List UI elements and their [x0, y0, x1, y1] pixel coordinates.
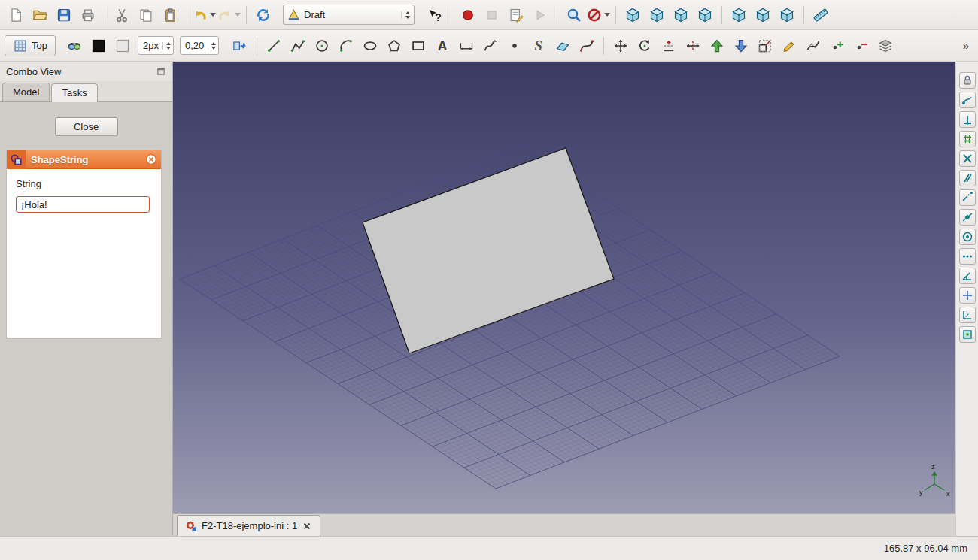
measure-button[interactable]: [809, 4, 832, 26]
shape-plane[interactable]: [363, 148, 614, 353]
toolbar-overflow-button[interactable]: »: [958, 39, 973, 52]
draft-upgrade-button[interactable]: [706, 35, 728, 57]
document-tab[interactable]: F2-T18-ejemplo-ini : 1: [177, 515, 320, 536]
view-right-button[interactable]: [694, 4, 716, 26]
draft-toolbar: Top 2px 0,20 AS »: [0, 30, 978, 62]
draft-line-button[interactable]: [263, 35, 285, 57]
draft-bezier-button[interactable]: [576, 35, 598, 57]
clip-plane-button[interactable]: [587, 4, 610, 26]
apply-style-button[interactable]: [229, 35, 251, 57]
draft-facebinder-button[interactable]: [551, 35, 574, 57]
dropdown-arrow-icon[interactable]: [235, 13, 241, 17]
document-tab-label: F2-T18-ejemplo-ini : 1: [202, 520, 297, 531]
draft-wire2bspline-button[interactable]: [802, 35, 825, 57]
whats-this-button[interactable]: ?: [423, 4, 445, 26]
snap-extension-button[interactable]: [959, 189, 976, 206]
task-close-button[interactable]: Close: [55, 117, 118, 136]
measure-icon: [813, 8, 828, 23]
draft-rectangle-button[interactable]: [407, 35, 430, 57]
draft-trimex-button[interactable]: [682, 35, 704, 57]
view-axonometric-button[interactable]: [621, 4, 644, 26]
line-color-button[interactable]: [87, 36, 110, 56]
snap-lock-button[interactable]: [959, 72, 976, 89]
cut-button[interactable]: [111, 4, 133, 26]
macro-edit-button[interactable]: [505, 4, 527, 26]
working-plane-button[interactable]: Top: [5, 35, 56, 56]
text-scale-spinbox[interactable]: 0,20: [180, 36, 219, 55]
view-left-icon: [779, 8, 794, 23]
macro-record-button[interactable]: [457, 4, 479, 26]
new-document-button[interactable]: [5, 4, 27, 26]
snap-endpoint-button[interactable]: [959, 92, 976, 108]
dropdown-arrow-icon[interactable]: [210, 13, 216, 17]
text-scale-spinner-icon[interactable]: [208, 42, 218, 50]
snap-intersection-button[interactable]: [959, 150, 976, 167]
task-panel-collapse-button[interactable]: [145, 153, 157, 165]
workbench-selected-label: Draft: [304, 9, 325, 20]
line-width-spinner-icon[interactable]: [162, 42, 173, 50]
undo-button[interactable]: [193, 4, 216, 26]
draft-shape2dview-button[interactable]: [874, 35, 897, 57]
draft-downgrade-button[interactable]: [730, 35, 752, 57]
snap-working-plane-button[interactable]: [959, 326, 976, 343]
draft-arc-button[interactable]: [335, 35, 357, 57]
3d-viewport[interactable]: zyx: [173, 62, 955, 513]
draft-bspline-button[interactable]: [479, 35, 502, 57]
draft-delpoint-button[interactable]: [850, 35, 873, 57]
draft-offset-button[interactable]: [658, 35, 680, 57]
draft-point-button[interactable]: [503, 35, 526, 57]
view-front-button[interactable]: [645, 4, 668, 26]
macro-stop-button[interactable]: [481, 4, 503, 26]
dropdown-arrow-icon[interactable]: [604, 13, 610, 17]
copy-button[interactable]: [135, 4, 157, 26]
snap-ortho-button[interactable]: [959, 307, 976, 323]
tab-tasks[interactable]: Tasks: [51, 83, 97, 102]
face-color-button[interactable]: [111, 36, 134, 56]
draft-facebinder-icon: [555, 38, 570, 53]
draft-line-icon: [266, 38, 281, 53]
draft-upgrade-icon: [709, 38, 724, 53]
snap-dimensions-button[interactable]: [959, 287, 976, 304]
construction-mode-button[interactable]: [63, 35, 86, 57]
save-button[interactable]: [53, 4, 75, 26]
view-bottom-button[interactable]: [752, 4, 774, 26]
view-rear-button[interactable]: [727, 4, 750, 26]
string-input[interactable]: [16, 196, 150, 213]
workbench-selector[interactable]: Draft: [283, 5, 415, 25]
snap-parallel-button[interactable]: [959, 170, 976, 186]
view-top-button[interactable]: [670, 4, 692, 26]
tab-model[interactable]: Model: [2, 83, 50, 101]
snap-near-button[interactable]: [959, 248, 976, 265]
document-tab-close-icon[interactable]: [302, 520, 312, 532]
draft-edit-button[interactable]: [778, 35, 800, 57]
snap-perpendicular-button[interactable]: [959, 111, 976, 128]
line-width-spinbox[interactable]: 2px: [138, 36, 174, 55]
print-button[interactable]: [77, 4, 99, 26]
draft-shapestring-button[interactable]: S: [527, 35, 550, 57]
redo-button[interactable]: [217, 4, 241, 26]
snap-center-button[interactable]: [959, 229, 976, 245]
snap-grid-button[interactable]: [959, 131, 976, 147]
draft-wire-button[interactable]: [287, 35, 309, 57]
paste-button[interactable]: [159, 4, 181, 26]
macro-play-button[interactable]: [529, 4, 551, 26]
snap-angle-button[interactable]: [959, 268, 976, 284]
refresh-button[interactable]: [252, 4, 275, 26]
snap-midpoint-button[interactable]: [959, 209, 976, 226]
draft-rotate-button[interactable]: [633, 35, 656, 57]
draft-addpoint-button[interactable]: [826, 35, 849, 57]
draft-dimension-button[interactable]: [455, 35, 478, 57]
view-left-button[interactable]: [776, 4, 798, 26]
draft-move-button[interactable]: [609, 35, 632, 57]
float-panel-button[interactable]: [156, 66, 166, 77]
draft-ellipse-button[interactable]: [359, 35, 381, 57]
draft-scale-button[interactable]: [754, 35, 776, 57]
zoom-region-button[interactable]: [563, 4, 585, 26]
draft-polygon-button[interactable]: [383, 35, 405, 57]
draft-circle-button[interactable]: [311, 35, 333, 57]
draft-text-button[interactable]: A: [431, 35, 454, 57]
snap-perpendicular-icon: [961, 114, 973, 126]
task-panel-title: ShapeString: [31, 154, 89, 165]
open-folder-button[interactable]: [29, 4, 51, 26]
workbench-spinner-icon[interactable]: [401, 11, 410, 19]
